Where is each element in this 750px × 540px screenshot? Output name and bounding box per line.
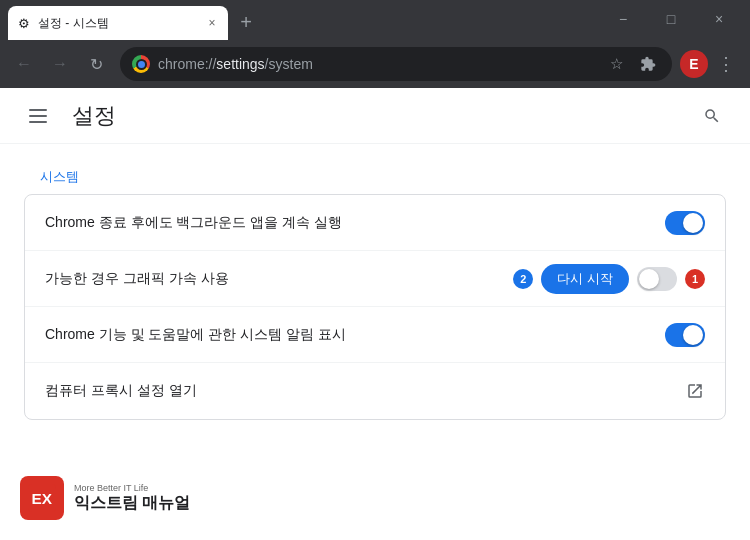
page-title: 설정: [72, 101, 678, 131]
setting-row-notifications: Chrome 기능 및 도움말에 관한 시스템 알림 표시: [25, 307, 725, 363]
hamburger-line-3: [29, 121, 47, 123]
toggle-gpu[interactable]: [637, 267, 677, 291]
toggle-bg-run[interactable]: [665, 211, 705, 235]
external-link-icon[interactable]: [685, 381, 705, 401]
url-path: /system: [265, 56, 313, 72]
setting-control-bg-run: [665, 211, 705, 235]
page-content: 설정 시스템 Chrome 종료 후에도 백그라운드 앱을 계속 실행: [0, 88, 750, 540]
tab-favicon: ⚙: [16, 15, 32, 31]
extensions-icon[interactable]: [636, 52, 660, 76]
toggle-thumb-notifications: [683, 325, 703, 345]
hamburger-line-1: [29, 109, 47, 111]
brand-name-text: 익스트림 매뉴얼: [74, 493, 190, 514]
toggle-thumb-gpu: [639, 269, 659, 289]
setting-row-gpu: 가능한 경우 그래픽 가속 사용 2 다시 시작 1: [25, 251, 725, 307]
menu-button[interactable]: ⋮: [710, 48, 742, 80]
brand-sub-text: More Better IT Life: [74, 483, 190, 493]
settings-card: Chrome 종료 후에도 백그라운드 앱을 계속 실행 가능한 경우 그래픽 …: [24, 194, 726, 420]
sidebar-toggle-button[interactable]: [20, 98, 56, 134]
restart-button[interactable]: 다시 시작: [541, 264, 629, 294]
minimize-button[interactable]: −: [600, 4, 646, 34]
toggle-notifications[interactable]: [665, 323, 705, 347]
hamburger-line-2: [29, 115, 47, 117]
badge-gpu: 2: [513, 269, 533, 289]
section-title: 시스템: [24, 168, 726, 186]
browser-window: ⚙ 설정 - 시스템 × + − □ × ← → ↻ chrome://sett…: [0, 0, 750, 540]
url-protocol: chrome://: [158, 56, 216, 72]
brand-logo: EX: [20, 476, 64, 520]
setting-control-notifications: [665, 323, 705, 347]
footer-branding: EX More Better IT Life 익스트림 매뉴얼: [20, 476, 190, 520]
new-tab-button[interactable]: +: [232, 8, 260, 36]
bookmark-icon[interactable]: ☆: [604, 52, 628, 76]
setting-row-proxy: 컴퓨터 프록시 설정 열기: [25, 363, 725, 419]
badge-red-gpu: 1: [685, 269, 705, 289]
refresh-button[interactable]: ↻: [80, 48, 112, 80]
url-settings: settings: [216, 56, 264, 72]
forward-button[interactable]: →: [44, 48, 76, 80]
url-display: chrome://settings/system: [158, 56, 596, 72]
svg-text:EX: EX: [32, 490, 53, 507]
chrome-logo-icon: [132, 55, 150, 73]
setting-text-proxy: 컴퓨터 프록시 설정 열기: [45, 381, 673, 401]
setting-row-bg-run: Chrome 종료 후에도 백그라운드 앱을 계속 실행: [25, 195, 725, 251]
settings-header: 설정: [0, 88, 750, 144]
address-bar[interactable]: chrome://settings/system ☆: [120, 47, 672, 81]
profile-button[interactable]: E: [680, 50, 708, 78]
active-tab[interactable]: ⚙ 설정 - 시스템 ×: [8, 6, 228, 40]
close-button[interactable]: ×: [696, 4, 742, 34]
setting-control-proxy: [685, 381, 705, 401]
tab-title: 설정 - 시스템: [38, 15, 198, 32]
navigation-bar: ← → ↻ chrome://settings/system ☆ E ⋮: [0, 40, 750, 88]
setting-control-gpu: 2 다시 시작 1: [513, 264, 705, 294]
setting-text-gpu: 가능한 경우 그래픽 가속 사용: [45, 269, 501, 289]
tab-bar: ⚙ 설정 - 시스템 × + − □ ×: [0, 0, 750, 40]
window-controls: − □ ×: [600, 4, 742, 34]
tab-close-button[interactable]: ×: [204, 15, 220, 31]
toggle-thumb-bg-run: [683, 213, 703, 233]
back-button[interactable]: ←: [8, 48, 40, 80]
settings-body: 시스템 Chrome 종료 후에도 백그라운드 앱을 계속 실행 가능한 경우 …: [0, 144, 750, 444]
setting-text-notifications: Chrome 기능 및 도움말에 관한 시스템 알림 표시: [45, 325, 653, 345]
nav-right-controls: E ⋮: [680, 48, 742, 80]
search-button[interactable]: [694, 98, 730, 134]
setting-text-bg-run: Chrome 종료 후에도 백그라운드 앱을 계속 실행: [45, 213, 653, 233]
maximize-button[interactable]: □: [648, 4, 694, 34]
brand-text: More Better IT Life 익스트림 매뉴얼: [74, 483, 190, 514]
